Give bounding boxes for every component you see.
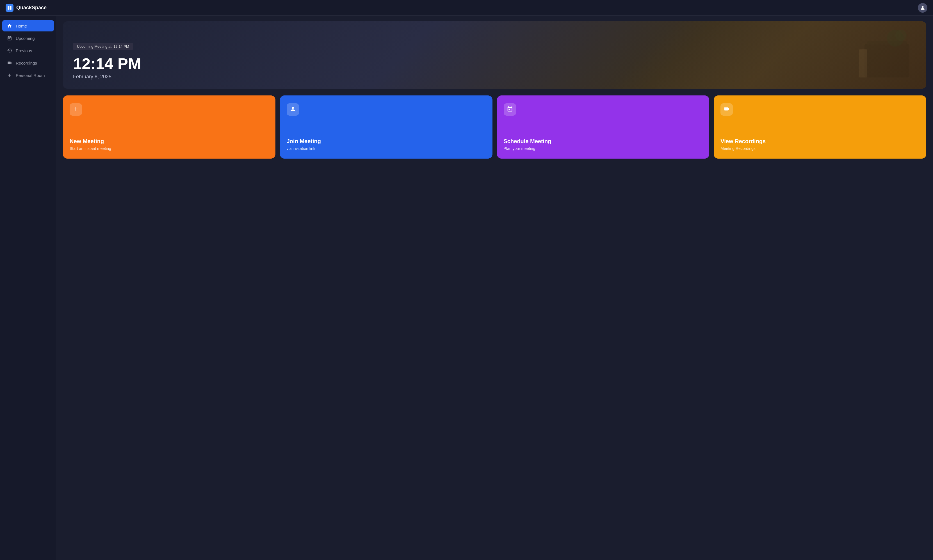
main-content: Upcoming Meeting at: 12:14 PM 12:14 PM F… — [56, 16, 933, 560]
new-meeting-card[interactable]: New Meeting Start an instant meeting — [63, 95, 276, 158]
calendar-check-icon — [507, 106, 513, 114]
view-recordings-card[interactable]: View Recordings Meeting Recordings — [714, 95, 926, 158]
view-recordings-subtitle: Meeting Recordings — [721, 146, 919, 151]
schedule-meeting-content: Schedule Meeting Plan your meeting — [504, 138, 703, 151]
meeting-badge: Upcoming Meeting at: 12:14 PM — [73, 43, 133, 50]
svg-point-9 — [895, 30, 907, 41]
sidebar-label-previous: Previous — [16, 48, 32, 53]
svg-rect-0 — [8, 6, 9, 8]
sidebar-item-home[interactable]: Home — [2, 20, 54, 31]
join-meeting-subtitle: via invitation link — [287, 146, 486, 151]
plus-icon — [73, 106, 79, 114]
sidebar-item-upcoming[interactable]: Upcoming — [2, 32, 54, 44]
calendar-icon — [7, 35, 12, 41]
action-cards: New Meeting Start an instant meeting Joi… — [63, 95, 926, 158]
top-nav: QuackSpace — [0, 0, 933, 16]
plus-circle-icon — [7, 72, 12, 78]
schedule-meeting-subtitle: Plan your meeting — [504, 146, 703, 151]
sidebar-label-recordings: Recordings — [16, 61, 37, 65]
home-icon — [7, 23, 12, 29]
clock-icon — [7, 48, 12, 53]
new-meeting-icon-wrap — [69, 103, 82, 115]
main-layout: Home Upcoming Previous — [0, 16, 933, 560]
schedule-meeting-card[interactable]: Schedule Meeting Plan your meeting — [497, 95, 710, 158]
join-meeting-title: Join Meeting — [287, 138, 486, 145]
svg-rect-2 — [8, 8, 9, 9]
sidebar: Home Upcoming Previous — [0, 16, 56, 560]
view-recordings-title: View Recordings — [721, 138, 919, 145]
new-meeting-subtitle: Start an instant meeting — [69, 146, 269, 151]
logo-area: QuackSpace — [6, 4, 46, 12]
app-name: QuackSpace — [16, 5, 46, 11]
sidebar-item-recordings[interactable]: Recordings — [2, 57, 54, 69]
hero-date: February 8, 2025 — [73, 74, 916, 80]
sidebar-label-personal-room: Personal Room — [16, 73, 45, 78]
svg-rect-1 — [10, 6, 12, 8]
user-avatar[interactable] — [918, 3, 927, 12]
new-meeting-title: New Meeting — [69, 138, 269, 145]
svg-point-4 — [922, 6, 924, 8]
join-meeting-card[interactable]: Join Meeting via invitation link — [280, 95, 493, 158]
camera-icon — [724, 106, 730, 114]
sidebar-item-previous[interactable]: Previous — [2, 45, 54, 56]
join-meeting-content: Join Meeting via invitation link — [287, 138, 486, 151]
sidebar-label-upcoming: Upcoming — [16, 36, 35, 41]
person-icon — [290, 106, 296, 114]
join-meeting-icon-wrap — [287, 103, 299, 115]
video-icon — [7, 60, 12, 66]
svg-rect-3 — [10, 8, 12, 9]
app-logo-icon — [6, 4, 14, 12]
sidebar-item-personal-room[interactable]: Personal Room — [2, 69, 54, 81]
schedule-meeting-title: Schedule Meeting — [504, 138, 703, 145]
new-meeting-content: New Meeting Start an instant meeting — [69, 138, 269, 151]
view-recordings-icon-wrap — [721, 103, 733, 115]
view-recordings-content: View Recordings Meeting Recordings — [721, 138, 919, 151]
sidebar-label-home: Home — [16, 23, 27, 28]
hero-banner: Upcoming Meeting at: 12:14 PM 12:14 PM F… — [63, 22, 926, 89]
hero-time: 12:14 PM — [73, 56, 916, 72]
schedule-meeting-icon-wrap — [504, 103, 516, 115]
